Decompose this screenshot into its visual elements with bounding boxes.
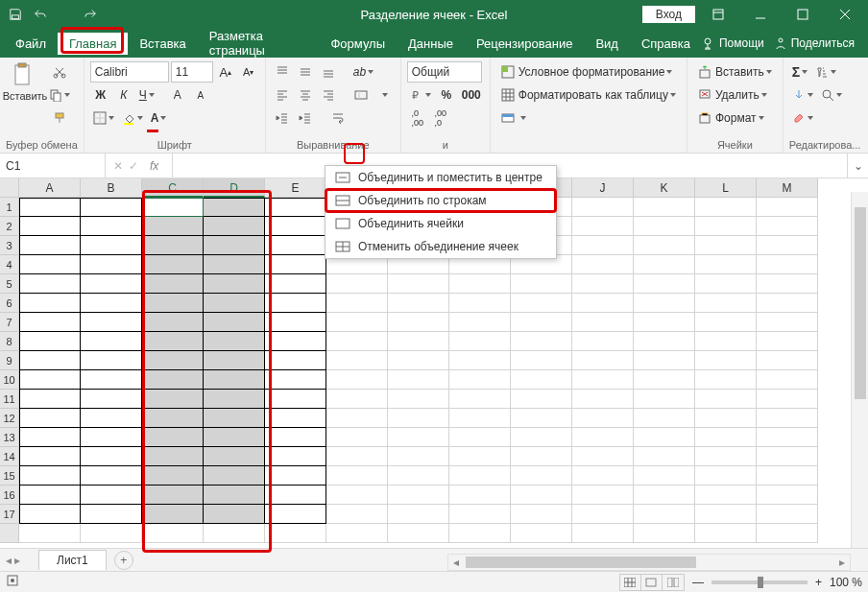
cell[interactable] [204, 428, 265, 447]
cell[interactable] [695, 485, 757, 505]
cell[interactable] [142, 274, 204, 294]
cell[interactable] [572, 313, 634, 332]
tab-help[interactable]: Справка [630, 33, 702, 55]
cell[interactable] [757, 505, 818, 524]
horizontal-scrollbar[interactable]: ◂▸ [447, 554, 851, 571]
cell[interactable] [695, 351, 757, 370]
cell[interactable] [204, 370, 265, 390]
align-left-button[interactable] [272, 84, 293, 106]
cell[interactable] [326, 466, 388, 485]
cell[interactable] [81, 236, 142, 255]
column-header-K[interactable]: K [634, 178, 695, 198]
cell[interactable] [511, 351, 572, 370]
cell[interactable] [142, 485, 204, 505]
cell[interactable] [265, 390, 326, 409]
align-middle-button[interactable] [295, 61, 316, 83]
column-header-C[interactable]: C [142, 178, 204, 198]
cell[interactable] [265, 236, 326, 255]
cell[interactable] [265, 255, 326, 274]
save-button[interactable] [4, 3, 27, 26]
cell[interactable] [81, 313, 142, 332]
cell[interactable] [695, 255, 757, 274]
sheet-nav[interactable]: ◂ ▸ [6, 554, 20, 567]
cell[interactable] [81, 428, 142, 447]
row-header-13[interactable]: 13 [0, 428, 19, 447]
tab-file[interactable]: Файл [4, 33, 58, 55]
cell[interactable] [326, 428, 388, 447]
cell[interactable] [511, 524, 572, 543]
sheet-tab-1[interactable]: Лист1 [38, 550, 107, 570]
cell[interactable] [265, 447, 326, 466]
cell[interactable] [572, 198, 634, 217]
cell[interactable] [204, 505, 265, 524]
cell[interactable] [19, 390, 81, 409]
conditional-formatting-button[interactable]: Условное форматирование [496, 61, 678, 83]
cell[interactable] [265, 313, 326, 332]
cell[interactable] [757, 255, 818, 274]
cell[interactable] [142, 524, 204, 543]
cell[interactable] [81, 294, 142, 313]
cell[interactable] [388, 351, 449, 370]
cell[interactable] [634, 217, 695, 236]
cell[interactable] [572, 332, 634, 351]
cell[interactable] [326, 332, 388, 351]
cell[interactable] [695, 505, 757, 524]
borders-button[interactable] [90, 107, 117, 129]
font-size-select[interactable]: 11 [171, 61, 213, 83]
cell[interactable] [142, 409, 204, 428]
cell[interactable] [19, 447, 81, 466]
cell[interactable] [572, 485, 634, 505]
cell[interactable] [142, 255, 204, 274]
page-break-view-button[interactable] [663, 575, 684, 590]
cell[interactable] [142, 390, 204, 409]
row-header-15[interactable]: 15 [0, 466, 19, 485]
add-sheet-button[interactable]: + [114, 551, 133, 570]
cell[interactable] [695, 390, 757, 409]
cell[interactable] [449, 370, 511, 390]
cell[interactable] [511, 390, 572, 409]
redo-button[interactable] [79, 3, 102, 26]
page-layout-view-button[interactable] [641, 575, 663, 590]
cell[interactable] [757, 370, 818, 390]
zoom-out-button[interactable]: — [692, 576, 704, 589]
cell[interactable] [81, 370, 142, 390]
cell[interactable] [511, 332, 572, 351]
find-select-button[interactable] [818, 84, 845, 106]
cell[interactable] [449, 524, 511, 543]
font-color-button[interactable]: A [148, 107, 170, 129]
cell[interactable] [142, 313, 204, 332]
maximize-button[interactable] [784, 0, 822, 29]
zoom-slider[interactable] [711, 580, 808, 584]
cell[interactable] [326, 447, 388, 466]
tab-data[interactable]: Данные [397, 33, 465, 55]
cell[interactable] [19, 313, 81, 332]
comma-button[interactable]: 000 [459, 84, 484, 106]
cell[interactable] [757, 332, 818, 351]
cell[interactable] [695, 428, 757, 447]
cell[interactable] [265, 294, 326, 313]
column-header-D[interactable]: D [204, 178, 265, 198]
cell[interactable] [634, 390, 695, 409]
cell[interactable] [19, 370, 81, 390]
decrease-indent-button[interactable] [272, 107, 293, 129]
cell[interactable] [19, 294, 81, 313]
cell[interactable] [388, 370, 449, 390]
cell[interactable] [449, 505, 511, 524]
cell[interactable] [757, 390, 818, 409]
cell[interactable] [326, 294, 388, 313]
cell[interactable] [204, 524, 265, 543]
ribbon-options-button[interactable] [699, 0, 737, 29]
cell[interactable] [449, 485, 511, 505]
cell[interactable] [388, 332, 449, 351]
cell[interactable] [634, 466, 695, 485]
cell[interactable] [142, 505, 204, 524]
cell[interactable] [204, 198, 265, 217]
name-box[interactable]: C1 [0, 154, 106, 178]
formula-bar-expand[interactable]: ⌄ [847, 154, 868, 178]
row-header-17[interactable]: 17 [0, 505, 19, 524]
column-header-M[interactable]: M [757, 178, 818, 198]
cell[interactable] [326, 313, 388, 332]
cell[interactable] [19, 409, 81, 428]
decrease-decimal-button[interactable]: ,00,0 [430, 107, 451, 129]
cell[interactable] [572, 390, 634, 409]
